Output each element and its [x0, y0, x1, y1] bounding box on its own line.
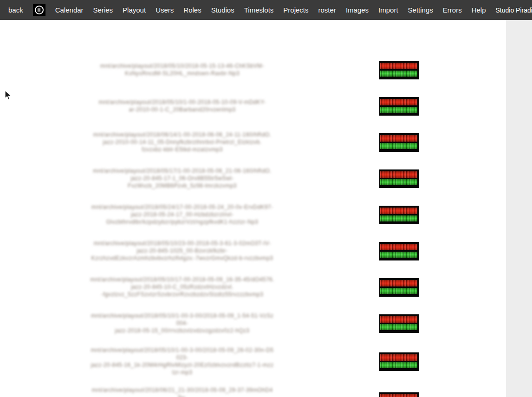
nav-timeslots[interactable]: Timeslots — [244, 6, 274, 14]
nav-import[interactable]: Import — [378, 6, 398, 14]
nav-back[interactable]: back — [8, 6, 23, 14]
waveform-right-channel — [380, 179, 417, 185]
waveform-right-channel — [380, 324, 417, 330]
nav-images[interactable]: Images — [346, 6, 369, 14]
nav-series[interactable]: Series — [93, 6, 113, 14]
waveform-left-channel — [380, 354, 417, 361]
waveform-thumbnail[interactable] — [379, 392, 419, 397]
waveform-right-channel — [380, 215, 417, 221]
waveform-right-channel — [380, 71, 417, 77]
content-background — [0, 0, 506, 397]
waveform-left-channel — [380, 244, 417, 250]
waveform-thumbnail[interactable] — [379, 206, 419, 224]
nav-users[interactable]: Users — [156, 6, 174, 14]
nav-studios[interactable]: Studios — [211, 6, 234, 14]
waveform-thumbnail[interactable] — [379, 352, 419, 371]
waveform-right-channel — [380, 252, 417, 258]
waveform-left-channel — [380, 316, 417, 323]
waveform-thumbnail[interactable] — [379, 169, 419, 188]
redacted-path-text: mnt/archive/playout/2018/05/10/1-00-3-00… — [90, 312, 274, 334]
redacted-path-text: mnt/archive/playout/2018/06/21_21-30/201… — [90, 386, 274, 397]
redacted-path-text: mnt/archive/playout/2018/05/10/23-00-201… — [91, 240, 273, 262]
waveform-right-channel — [380, 288, 417, 294]
waveform-left-channel — [380, 171, 417, 178]
nav-roster[interactable]: roster — [318, 6, 336, 14]
waveform-left-channel — [380, 208, 417, 214]
waveform-thumbnail[interactable] — [379, 97, 419, 116]
waveform-left-channel — [380, 394, 417, 397]
playout-path-cell: mnt/archive/playout/2018/05/10/1-00-3-00… — [88, 342, 276, 382]
nav-errors[interactable]: Errors — [443, 6, 462, 14]
nav-settings[interactable]: Settings — [408, 6, 433, 14]
redacted-path-text: mnt/archive/playout/2018/05/10/1-00-3-00… — [90, 346, 274, 376]
waveform-thumbnail[interactable] — [379, 314, 419, 333]
redacted-path-text: mnt/archive/playout/2018/05/24/17-00-201… — [91, 203, 273, 226]
redacted-path-text: mnt/archive/playout/2018/05/10/17-00-201… — [90, 276, 274, 298]
waveform-thumbnail[interactable] — [379, 133, 419, 152]
redacted-path-text: mnt/archive/playout/2018/05/10/1-00-2018… — [98, 98, 266, 113]
redacted-path-text: mnt/archive/playout/2018/06/14/1-00-2018… — [93, 131, 271, 153]
waveform-thumbnail[interactable] — [379, 242, 419, 260]
waveform-right-channel — [380, 143, 417, 149]
nav-projects[interactable]: Projects — [283, 6, 308, 14]
app-screen: back Calendar Series Playout Users Roles… — [0, 0, 532, 397]
studio-select-value: Studio Piradio — [496, 7, 532, 14]
waveform-left-channel — [380, 63, 417, 69]
waveform-left-channel — [380, 280, 417, 286]
waveform-right-channel — [380, 107, 417, 113]
waveform-left-channel — [380, 135, 417, 142]
top-nav: back Calendar Series Playout Users Roles… — [0, 0, 532, 20]
redacted-path-text: mnt/archive/playout/2018/05/10/2018-05-1… — [100, 62, 264, 77]
mouse-cursor — [5, 90, 12, 100]
redacted-path-text: mnt/archive/playout/2018/05/17/1-00-2018… — [93, 167, 271, 189]
pause-circle-logo-icon[interactable] — [33, 4, 45, 16]
nav-playout[interactable]: Playout — [123, 6, 146, 14]
studio-select[interactable]: Studio Piradio — [496, 3, 532, 18]
waveform-thumbnail[interactable] — [379, 61, 419, 79]
waveform-left-channel — [380, 99, 417, 105]
waveform-thumbnail[interactable] — [379, 278, 419, 297]
nav-calendar[interactable]: Calendar — [55, 6, 84, 14]
nav-roles[interactable]: Roles — [183, 6, 201, 14]
nav-help[interactable]: Help — [472, 6, 486, 14]
waveform-right-channel — [380, 362, 417, 368]
